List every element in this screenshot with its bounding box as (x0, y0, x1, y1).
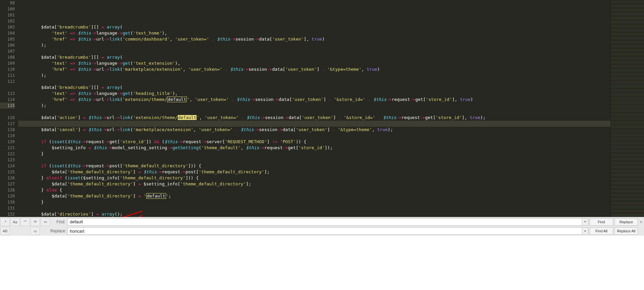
replace-in-selection-toggle[interactable]: ▭ (31, 227, 40, 235)
regex-toggle[interactable]: .* (0, 218, 10, 226)
case-sensitive-toggle[interactable]: Aa (10, 218, 20, 226)
find-input[interactable] (67, 218, 582, 226)
editor-area: 9910010110210310410510610710810911011111… (0, 0, 644, 217)
line-number-gutter: 9910010110210310410510610710810911011111… (0, 0, 18, 217)
whole-word-toggle[interactable]: "" (20, 218, 30, 226)
close-icon[interactable]: × (638, 219, 644, 225)
replace-input[interactable] (67, 227, 582, 235)
replace-button[interactable]: Replace (614, 218, 638, 226)
replace-label: Replace: (50, 229, 65, 233)
find-label: Find: (50, 220, 65, 224)
find-history-dropdown[interactable]: ▼ (582, 218, 588, 226)
wrap-toggle[interactable]: ⟳ (31, 218, 40, 226)
code-content[interactable]: $data['breadcrumbs'][] = array( 'text' =… (18, 0, 610, 217)
in-selection-toggle[interactable]: ▭ (41, 218, 50, 226)
replace-all-button[interactable]: Replace All (614, 227, 638, 235)
find-button[interactable]: Find (590, 218, 613, 226)
bottom-whitespace (0, 236, 644, 290)
minimap-content (611, 0, 644, 217)
replace-history-dropdown[interactable]: ▼ (582, 227, 588, 235)
minimap[interactable] (610, 0, 644, 217)
find-all-button[interactable]: Find All (590, 227, 613, 235)
preserve-case-toggle[interactable]: AB (0, 227, 10, 235)
replace-panel: AB ▭ Replace: ▼ Find All Replace All (0, 226, 644, 236)
find-panel: .* Aa "" ⟳ ▭ Find: ▼ Find Replace × (0, 217, 644, 226)
